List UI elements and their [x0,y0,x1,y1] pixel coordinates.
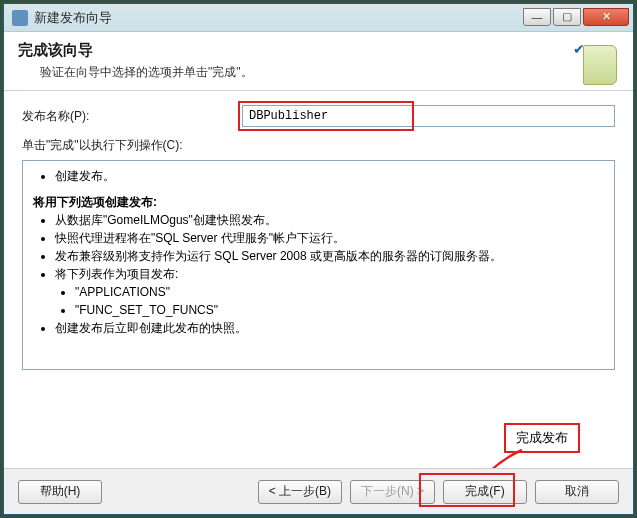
close-button[interactable]: ✕ [583,8,629,26]
back-button[interactable]: < 上一步(B) [258,480,342,504]
summary-item: 创建发布。 [55,167,604,185]
finish-button[interactable]: 完成(F) [443,480,527,504]
titlebar[interactable]: 新建发布向导 — ▢ ✕ [4,4,633,32]
summary-item: 快照代理进程将在"SQL Server 代理服务"帐户下运行。 [55,229,604,247]
content-area: 完成该向导 验证在向导中选择的选项并单击"完成"。 ✔ 发布名称(P): 单击"… [4,32,633,514]
publish-name-input[interactable] [242,105,615,127]
summary-item: 发布兼容级别将支持作为运行 SQL Server 2008 或更高版本的服务器的… [55,247,604,265]
summary-heading: 将用下列选项创建发布: [33,193,604,211]
book-icon: ✔ [571,41,619,89]
cancel-button[interactable]: 取消 [535,480,619,504]
wizard-header: 完成该向导 验证在向导中选择的选项并单击"完成"。 ✔ [4,33,633,91]
summary-subitem: "APPLICATIONS" [75,283,604,301]
summary-item: 将下列表作为项目发布: [55,265,604,283]
page-subtitle: 验证在向导中选择的选项并单击"完成"。 [18,64,571,81]
finish-publish-annotation: 完成发布 [504,423,580,453]
click-finish-label: 单击"完成"以执行下列操作(C): [22,137,615,154]
button-bar: 帮助(H) < 上一步(B) 下一步(N) > 完成(F) 取消 [4,468,633,514]
page-title: 完成该向导 [18,41,571,60]
next-button: 下一步(N) > [350,480,435,504]
app-icon [12,10,28,26]
summary-item: 创建发布后立即创建此发布的快照。 [55,319,604,337]
publish-name-label: 发布名称(P): [22,108,242,125]
help-button[interactable]: 帮助(H) [18,480,102,504]
minimize-button[interactable]: — [523,8,551,26]
maximize-button[interactable]: ▢ [553,8,581,26]
summary-item: 从数据库"GomeILMOgus"创建快照发布。 [55,211,604,229]
wizard-window: 新建发布向导 — ▢ ✕ 完成该向导 验证在向导中选择的选项并单击"完成"。 ✔… [3,3,634,515]
summary-subitem: "FUNC_SET_TO_FUNCS" [75,301,604,319]
window-title: 新建发布向导 [34,9,521,27]
summary-box[interactable]: 创建发布。 将用下列选项创建发布: 从数据库"GomeILMOgus"创建快照发… [22,160,615,370]
